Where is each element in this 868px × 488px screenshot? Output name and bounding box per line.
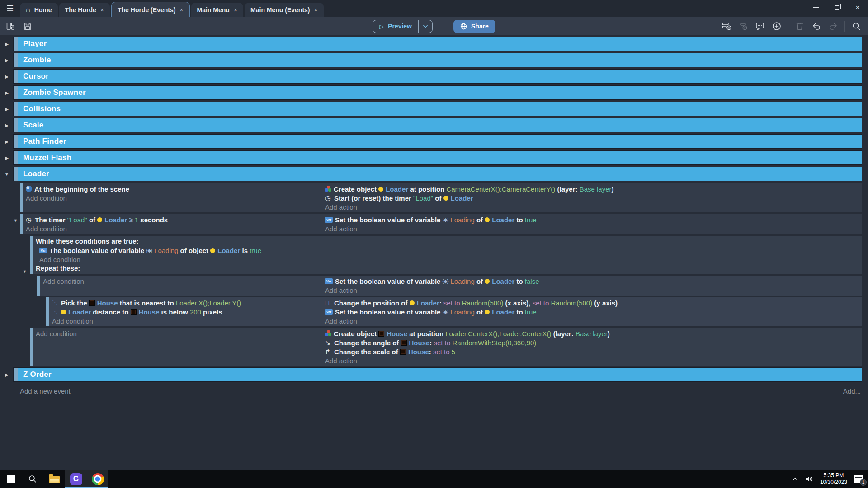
add-action-link[interactable]: Add action	[322, 356, 862, 365]
action-line[interactable]: ◷Start (or reset) the timer "Load" of Lo…	[322, 193, 862, 202]
trash-icon[interactable]	[794, 21, 805, 32]
expand-arrow-icon[interactable]: ▶	[0, 107, 14, 112]
event-group-player[interactable]: Player	[14, 37, 862, 51]
tray-expand-icon[interactable]	[792, 477, 798, 481]
event-group-loader[interactable]: Loader	[14, 167, 862, 181]
action-line[interactable]: Create object Loader at position CameraC…	[322, 184, 862, 193]
condition-line[interactable]: At the beginning of the scene	[23, 184, 322, 193]
add-condition-link[interactable]: Add condition	[49, 316, 322, 325]
event-group-zombie-spawner[interactable]: Zombie Spawner	[14, 86, 862, 99]
clock[interactable]: 5:35 PM 10/30/2023	[820, 472, 847, 486]
action-line[interactable]: VarSet the boolean value of variable {◆}…	[322, 307, 862, 316]
tab-the-horde-events-[interactable]: The Horde (Events)×	[111, 2, 190, 17]
minimize-button[interactable]	[806, 0, 826, 15]
add-subevent-icon[interactable]	[738, 21, 749, 32]
tab-close-icon[interactable]: ×	[314, 6, 318, 14]
action-line[interactable]: □Change the position of Loader: set to R…	[322, 298, 862, 307]
group-drag-handle[interactable]	[14, 167, 18, 181]
taskbar-search-button[interactable]	[22, 470, 43, 488]
group-drag-handle[interactable]	[14, 102, 18, 116]
group-drag-handle[interactable]	[14, 37, 18, 51]
event-group-cursor[interactable]: Cursor	[14, 70, 862, 83]
group-drag-handle[interactable]	[14, 70, 18, 83]
add-condition-link[interactable]: Add condition	[33, 329, 322, 338]
event-group-scale[interactable]: Scale	[14, 118, 862, 132]
add-action-link[interactable]: Add action	[322, 316, 862, 325]
add-action-link[interactable]: Add action	[322, 286, 862, 295]
chrome-app-button[interactable]	[87, 470, 108, 488]
group-drag-handle[interactable]	[14, 118, 18, 132]
add-new-event-link[interactable]: Add a new event	[20, 387, 71, 395]
share-button[interactable]: Share	[453, 20, 495, 33]
file-explorer-button[interactable]	[43, 470, 65, 488]
add-circle-icon[interactable]	[771, 21, 782, 32]
tab-close-icon[interactable]: ×	[179, 6, 183, 14]
action-line[interactable]: Create object House at position Loader.C…	[322, 329, 862, 338]
add-condition-link[interactable]: Add condition	[40, 277, 322, 286]
condition-line[interactable]: ◷The timer "Load" of Loader ≥ 1 seconds	[23, 215, 322, 224]
add-event-icon[interactable]	[721, 21, 732, 32]
event-group-zombie[interactable]: Zombie	[14, 53, 862, 67]
restore-button[interactable]	[826, 0, 847, 15]
undo-icon[interactable]	[811, 21, 822, 32]
expand-arrow-icon[interactable]: ▶	[0, 42, 14, 47]
tab-main-menu[interactable]: Main Menu×	[191, 3, 244, 17]
event-group-z-order[interactable]: Z Order	[14, 368, 862, 381]
add-ellipsis-link[interactable]: Add...	[843, 387, 861, 395]
expand-arrow-icon[interactable]: ▶	[0, 74, 14, 79]
sub-expand-arrow-icon[interactable]: ▼	[23, 269, 27, 274]
save-icon[interactable]	[23, 21, 33, 31]
expand-arrow-icon[interactable]: ▼	[0, 172, 14, 177]
panels-icon[interactable]	[5, 21, 15, 31]
event-block[interactable]: Add conditionCreate object House at posi…	[30, 328, 862, 366]
expand-arrow-icon[interactable]: ▶	[0, 155, 14, 160]
expand-arrow-icon[interactable]: ▶	[0, 139, 14, 144]
preview-button[interactable]: ▷ Preview	[373, 20, 433, 33]
notification-center-icon[interactable]: 1	[854, 475, 863, 483]
preview-dropdown[interactable]	[418, 20, 432, 33]
action-line[interactable]: ↱Change the scale of House: set to 5	[322, 347, 862, 356]
action-line[interactable]: ↘Change the angle of House: set to Rando…	[322, 338, 862, 347]
add-action-link[interactable]: Add action	[322, 202, 862, 211]
gdevelop-icon: G	[70, 473, 82, 485]
condition-line[interactable]: VarThe boolean value of variable {◆}Load…	[33, 246, 862, 255]
group-drag-handle[interactable]	[14, 53, 18, 67]
search-icon[interactable]	[851, 21, 862, 32]
tab-the-horde[interactable]: The Horde×	[59, 3, 110, 17]
preview-main[interactable]: ▷ Preview	[373, 23, 418, 30]
speaker-icon[interactable]	[805, 475, 814, 483]
while-event-block[interactable]: While these conditions are true:VarThe b…	[30, 236, 862, 274]
expand-arrow-icon[interactable]: ▶	[0, 58, 14, 63]
action-line[interactable]: VarSet the boolean value of variable {◆}…	[322, 215, 862, 224]
tab-main-menu-events-[interactable]: Main Menu (Events)×	[245, 3, 324, 17]
start-button[interactable]	[0, 470, 22, 488]
action-line[interactable]: VarSet the boolean value of variable {◆}…	[322, 277, 862, 286]
group-drag-handle[interactable]	[14, 151, 18, 164]
add-comment-icon[interactable]	[755, 21, 765, 32]
add-condition-link[interactable]: Add condition	[23, 224, 322, 233]
event-block[interactable]: At the beginning of the sceneAdd conditi…	[20, 183, 862, 212]
redo-icon[interactable]	[828, 21, 839, 32]
add-action-link[interactable]: Add action	[322, 224, 862, 233]
add-condition-link[interactable]: Add condition	[23, 193, 322, 202]
expand-arrow-icon[interactable]: ▶	[0, 123, 14, 128]
close-button[interactable]: ×	[847, 0, 868, 15]
search-icon	[28, 474, 37, 483]
event-block[interactable]: Add conditionVarSet the boolean value of…	[37, 276, 862, 296]
event-group-path-finder[interactable]: Path Finder	[14, 135, 862, 148]
group-drag-handle[interactable]	[14, 86, 18, 99]
tab-close-icon[interactable]: ×	[100, 6, 104, 14]
event-group-muzzel-flash[interactable]: Muzzel Flash	[14, 151, 862, 164]
menu-button[interactable]: ☰	[0, 0, 20, 17]
add-condition-link[interactable]: Add condition	[33, 255, 862, 264]
gdevelop-app-button[interactable]: G	[65, 470, 87, 488]
tab-home[interactable]: ⌂Home	[20, 3, 58, 17]
event-block[interactable]: ◷The timer "Load" of Loader ≥ 1 secondsA…	[20, 214, 862, 234]
expand-arrow-icon[interactable]: ▶	[0, 90, 14, 95]
event-block[interactable]: ⋱Pick the House that is nearest to Loade…	[46, 297, 862, 326]
condition-line[interactable]: ⋱Pick the House that is nearest to Loade…	[49, 298, 322, 307]
group-drag-handle[interactable]	[14, 135, 18, 148]
tab-close-icon[interactable]: ×	[234, 6, 237, 14]
event-group-collisions[interactable]: Collisions	[14, 102, 862, 116]
condition-line[interactable]: ⋱Loader distance to House is below 200 p…	[49, 307, 322, 316]
